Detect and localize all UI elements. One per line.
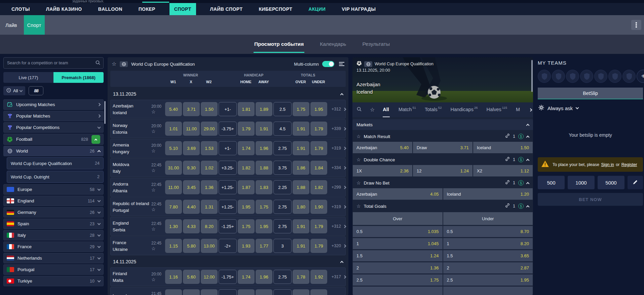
odds-under-button[interactable]: 1.95 bbox=[310, 102, 327, 116]
market-tab[interactable]: All bbox=[383, 102, 390, 117]
more-markets-link[interactable]: +299 bbox=[328, 185, 346, 190]
sidebar-country[interactable]: Netherlands 17 bbox=[3, 253, 104, 263]
market-header-match-result[interactable]: ☆ Match Result 1 $ bbox=[352, 131, 533, 142]
odds-w1-button[interactable]: 11.00 bbox=[165, 180, 182, 194]
market-header-total-goals[interactable]: ☆ Total Goals 1 $ bbox=[352, 201, 533, 211]
odds-under-button[interactable]: 1.79 bbox=[310, 141, 327, 155]
odds-x-button[interactable]: 3.45 bbox=[183, 180, 200, 194]
odds-handicap-away-button[interactable]: 1.88 bbox=[256, 161, 272, 175]
collapse-football-button[interactable] bbox=[91, 135, 100, 144]
favorite-star-icon[interactable]: ☆ bbox=[356, 134, 361, 139]
odds-w2-button[interactable] bbox=[201, 289, 218, 295]
over-odds-button[interactable] bbox=[353, 287, 443, 295]
under-odds-button[interactable] bbox=[443, 287, 533, 295]
favorite-star-icon[interactable]: ☆ bbox=[151, 109, 156, 114]
odds-under-button[interactable]: 1.84 bbox=[310, 161, 327, 175]
odds-over-button[interactable]: 1.91 bbox=[293, 122, 309, 136]
sidebar-country[interactable]: Germany 26 bbox=[3, 207, 104, 218]
nav-item[interactable]: BALLOON bbox=[96, 3, 124, 15]
date-group-header[interactable]: 14.11.2025 bbox=[110, 256, 346, 267]
stake-1000-button[interactable]: 1000 bbox=[568, 176, 595, 189]
sidebar-item-popular-matches[interactable]: Popular Matches bbox=[3, 111, 104, 121]
favorite-star-icon[interactable]: ☆ bbox=[151, 227, 156, 231]
odds-handicap-away-button[interactable]: 1.75 bbox=[256, 200, 272, 214]
odds-handicap-home-button[interactable]: 1.75 bbox=[238, 219, 255, 233]
odds-w2-button[interactable]: 1.31 bbox=[201, 200, 218, 214]
more-markets-link[interactable]: +334 bbox=[328, 165, 346, 170]
market-tab[interactable]: Totals52 bbox=[425, 102, 442, 117]
market-header-double-chance[interactable]: ☆ Double Chance 1 $ bbox=[352, 154, 533, 165]
odds-over-button[interactable]: 1.91 bbox=[293, 219, 309, 233]
nav-item[interactable]: СЛОТЫ bbox=[9, 3, 32, 15]
favorite-star-icon[interactable]: ☆ bbox=[151, 129, 156, 134]
odds-handicap-home-button[interactable] bbox=[238, 289, 255, 295]
odds-w1-button[interactable]: 5.40 bbox=[165, 102, 182, 116]
favorite-star-icon[interactable]: ☆ bbox=[112, 61, 116, 67]
odds-handicap-away-button[interactable]: 1.96 bbox=[256, 270, 272, 284]
match-teams[interactable]: Norway Estonia bbox=[113, 123, 150, 135]
under-odds-button[interactable]: 0.5 8.70 bbox=[443, 226, 533, 237]
match-teams[interactable]: Luxembourg bbox=[113, 293, 150, 295]
odds-w1-button[interactable]: 1.30 bbox=[165, 219, 182, 233]
more-markets-link[interactable]: +319 bbox=[328, 146, 346, 151]
sign-in-link[interactable]: Sign in bbox=[601, 162, 614, 167]
multi-column-toggle[interactable] bbox=[322, 61, 334, 67]
favorite-star-icon[interactable]: ☆ bbox=[356, 204, 361, 208]
favorite-star-icon[interactable]: ☆ bbox=[151, 207, 156, 212]
odds-handicap-home-button[interactable]: 1.81 bbox=[238, 102, 255, 116]
handicap-line-button[interactable]: +1- bbox=[219, 141, 237, 155]
handicap-line-button[interactable]: -1.75+ bbox=[219, 270, 237, 284]
odds-handicap-home-button[interactable]: 1.93 bbox=[238, 239, 255, 253]
more-markets-link[interactable]: +317 bbox=[328, 274, 346, 279]
total-line-button[interactable]: 2.25 bbox=[273, 180, 292, 194]
nav-item[interactable]: VIP НАГРАДЫ bbox=[340, 3, 378, 15]
odds-handicap-home-button[interactable]: 1.82 bbox=[238, 161, 255, 175]
over-odds-button[interactable]: 1.5 1.24 bbox=[353, 250, 443, 261]
favorite-star-icon[interactable]: ☆ bbox=[370, 107, 375, 112]
odds-under-button[interactable]: 1.82 bbox=[310, 180, 327, 194]
prematch-tab[interactable]: Prematch (1868) bbox=[53, 72, 104, 83]
more-markets-link[interactable]: +320 bbox=[328, 243, 346, 248]
sidebar-country[interactable]: Turkiye 10 bbox=[3, 276, 104, 286]
team-shield-slot[interactable] bbox=[552, 70, 565, 83]
sidebar-competition[interactable]: World Cup Europe Qualification 24 bbox=[7, 157, 104, 169]
over-odds-button[interactable]: 2.5 1.75 bbox=[353, 274, 443, 286]
nav-item[interactable]: СПОРТ bbox=[169, 3, 196, 15]
sidebar-item-popular-competitions[interactable]: Popular Competitions bbox=[3, 122, 104, 133]
outcome-button[interactable]: 1X 2.36 bbox=[353, 165, 412, 176]
register-link[interactable]: Register bbox=[621, 162, 637, 167]
total-line-button[interactable]: 2.75 bbox=[273, 200, 292, 214]
odds-w2-button[interactable]: 1.50 bbox=[201, 102, 218, 116]
under-odds-button[interactable]: 2 2.87 bbox=[443, 262, 533, 273]
total-line-button[interactable] bbox=[273, 289, 292, 295]
live-tab[interactable]: Live (177) bbox=[3, 72, 53, 83]
favorite-star-icon[interactable]: ☆ bbox=[151, 188, 156, 192]
match-teams[interactable]: Moldova Italy bbox=[113, 162, 150, 174]
team-shield-slot[interactable] bbox=[608, 70, 621, 83]
odds-over-button[interactable] bbox=[293, 289, 309, 295]
favorite-star-icon[interactable]: ☆ bbox=[356, 181, 361, 185]
odds-w2-button[interactable]: 13.00 bbox=[201, 239, 218, 253]
nav-item[interactable]: КИБЕРСПОРТ bbox=[257, 3, 294, 15]
favorite-star-icon[interactable]: ☆ bbox=[151, 246, 156, 251]
favorite-star-icon[interactable]: ☆ bbox=[151, 149, 156, 153]
odds-handicap-away-button[interactable]: 1.83 bbox=[256, 180, 272, 194]
sidebar-country[interactable]: Portugal 17 bbox=[3, 264, 104, 275]
market-tab[interactable]: Halves115 bbox=[487, 102, 507, 117]
sidebar-country[interactable]: France 29 bbox=[3, 241, 104, 252]
odds-x-button[interactable]: 4.33 bbox=[183, 219, 200, 233]
accept-mode-dropdown[interactable]: Always ask bbox=[538, 103, 643, 113]
detail-scrollbar-thumb[interactable] bbox=[531, 60, 533, 92]
over-odds-button[interactable]: 1 1.045 bbox=[353, 238, 443, 249]
odds-x-button[interactable]: 11.00 bbox=[183, 122, 200, 136]
odds-w2-button[interactable]: 12.00 bbox=[201, 270, 218, 284]
nav-item[interactable]: ЛАЙВ КАЗИНО bbox=[44, 3, 84, 15]
odds-handicap-away-button[interactable]: 1.91 bbox=[256, 122, 272, 136]
market-header-draw-no-bet[interactable]: ☆ Draw No Bet 1 $ bbox=[352, 177, 533, 188]
betslip-tab[interactable]: BetSlip bbox=[538, 88, 643, 99]
odds-over-button[interactable]: 1.80 bbox=[293, 200, 309, 214]
odds-w2-button[interactable]: 29.00 bbox=[201, 122, 218, 136]
sidebar-country[interactable]: Europe 58 bbox=[3, 184, 104, 195]
sidebar-item-world[interactable]: World 26 bbox=[3, 146, 104, 156]
odds-w2-button[interactable]: 8.20 bbox=[201, 219, 218, 233]
